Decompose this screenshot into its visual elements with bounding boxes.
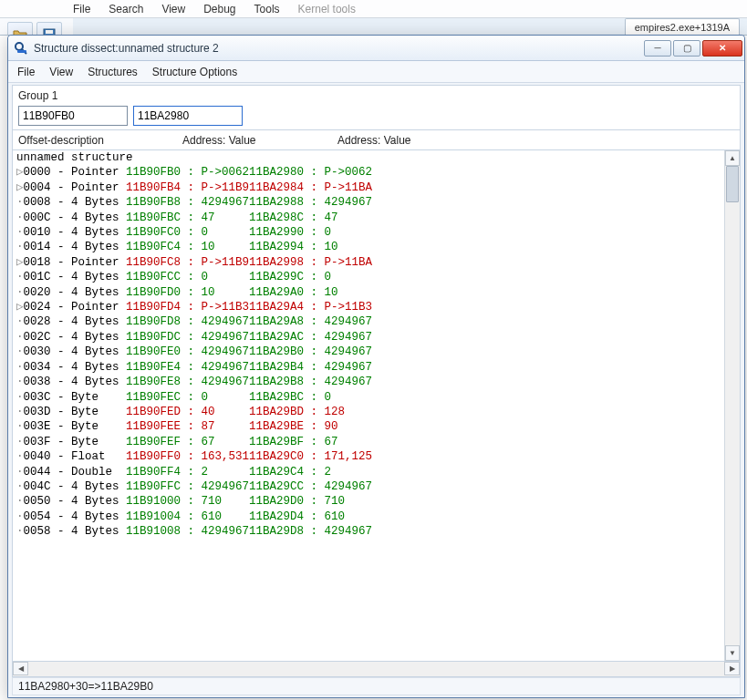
scroll-left-icon[interactable]: ◀ (13, 662, 28, 675)
parent-menu-debug[interactable]: Debug (203, 3, 235, 15)
table-row[interactable]: ▷0024 - Pointer 11B90FD4 : P->11B311BA29… (16, 301, 372, 314)
vertical-scrollbar[interactable]: ▲ ▼ (724, 150, 740, 661)
table-row[interactable]: ·0008 - 4 Bytes 11B90FB8 : 429496711BA29… (16, 196, 372, 209)
struct-root[interactable]: unnamed structure (16, 151, 133, 164)
address-panel: Group 1 (12, 85, 741, 130)
table-row[interactable]: ·0028 - 4 Bytes 11B90FD8 : 429496711BA29… (16, 315, 372, 328)
svg-rect-5 (17, 50, 26, 53)
table-row[interactable]: ·0050 - 4 Bytes 11B91000 : 710 11BA29D0 … (16, 495, 345, 508)
minimize-button[interactable]: ─ (644, 40, 671, 57)
table-row[interactable]: ·0040 - Float 11B90FF0 : 163,53111BA29C0… (16, 450, 372, 463)
app-icon (14, 41, 28, 56)
table-row[interactable]: ·003E - Byte 11B90FEE : 87 11BA29BE : 90 (16, 420, 338, 433)
group-label: Group 1 (18, 89, 734, 102)
table-row[interactable]: ▷0004 - Pointer 11B90FB4 : P->11B911BA29… (16, 181, 372, 194)
svg-rect-1 (46, 30, 53, 34)
menu-structures[interactable]: Structures (88, 66, 138, 78)
table-row[interactable]: ▷0018 - Pointer 11B90FC8 : P->11B911BA29… (16, 256, 372, 269)
close-button[interactable]: ✕ (702, 40, 742, 57)
table-row[interactable]: ·001C - 4 Bytes 11B90FCC : 0 11BA299C : … (16, 271, 331, 283)
scroll-down-icon[interactable]: ▼ (725, 645, 740, 661)
scroll-thumb[interactable] (726, 166, 739, 202)
menu-file[interactable]: File (17, 66, 35, 78)
menu-structure-options[interactable]: Structure Options (152, 66, 237, 78)
maximize-button[interactable]: ▢ (673, 40, 700, 57)
scroll-right-icon[interactable]: ▶ (724, 662, 740, 675)
table-row[interactable]: ·004C - 4 Bytes 11B90FFC : 429496711BA29… (16, 480, 372, 493)
table-row[interactable]: ·003C - Byte 11B90FEC : 0 11BA29BC : 0 (16, 391, 331, 404)
table-row[interactable]: ·003F - Byte 11B90FEF : 67 11BA29BF : 67 (16, 436, 338, 448)
horizontal-scrollbar[interactable]: ◀ ▶ (12, 662, 741, 677)
column-headers: Offset-description Address: Value Addres… (12, 130, 741, 150)
menu-view[interactable]: View (49, 66, 73, 78)
address-input-2[interactable] (133, 106, 243, 126)
address-input-1[interactable] (18, 106, 128, 126)
menubar: File View Structures Structure Options (8, 61, 744, 83)
table-row[interactable]: ·0020 - 4 Bytes 11B90FD0 : 10 11BA29A0 :… (16, 286, 338, 299)
table-row[interactable]: ·0034 - 4 Bytes 11B90FE4 : 429496711BA29… (16, 361, 372, 374)
parent-menu-view[interactable]: View (161, 3, 185, 15)
parent-menu-search[interactable]: Search (109, 3, 143, 15)
table-row[interactable]: ·0054 - 4 Bytes 11B91004 : 610 11BA29D4 … (16, 510, 345, 523)
table-row[interactable]: ·002C - 4 Bytes 11B90FDC : 429496711BA29… (16, 331, 372, 344)
parent-menu-file[interactable]: File (73, 3, 90, 15)
table-row[interactable]: ·0030 - 4 Bytes 11B90FE0 : 429496711BA29… (16, 345, 372, 358)
table-row[interactable]: ·0038 - 4 Bytes 11B90FE8 : 429496711BA29… (16, 376, 372, 388)
table-row[interactable]: ·0058 - 4 Bytes 11B91008 : 429496711BA29… (16, 525, 372, 538)
parent-tab-label: empires2.exe+1319A (635, 22, 730, 33)
header-addr1[interactable]: Address: Value (182, 134, 337, 147)
table-row[interactable]: ▷0000 - Pointer 11B90FB0 : P->006211BA29… (16, 166, 372, 179)
table-row[interactable]: ·003D - Byte 11B90FED : 40 11BA29BD : 12… (16, 406, 345, 418)
parent-menu-kernel[interactable]: Kernel tools (298, 3, 356, 15)
structure-dissect-window: Structure dissect:unnamed structure 2 ─ … (7, 35, 745, 698)
table-row[interactable]: ·000C - 4 Bytes 11B90FBC : 47 11BA298C :… (16, 211, 338, 224)
table-row[interactable]: ·0014 - 4 Bytes 11B90FC4 : 10 11BA2994 :… (16, 241, 338, 253)
table-row[interactable]: ·0010 - 4 Bytes 11B90FC0 : 0 11BA2990 : … (16, 226, 331, 239)
parent-menu-tools[interactable]: Tools (254, 3, 280, 15)
table-row[interactable]: ·0044 - Double 11B90FF4 : 2 11BA29C4 : 2 (16, 466, 331, 479)
status-bar: 11BA2980+30=>11BA29B0 (12, 677, 741, 695)
parent-tab[interactable]: empires2.exe+1319A (625, 18, 740, 35)
status-text: 11BA2980+30=>11BA29B0 (18, 680, 153, 693)
header-addr2[interactable]: Address: Value (337, 134, 734, 147)
scroll-up-icon[interactable]: ▲ (725, 150, 740, 166)
titlebar[interactable]: Structure dissect:unnamed structure 2 ─ … (8, 36, 744, 61)
window-title: Structure dissect:unnamed structure 2 (34, 42, 642, 55)
svg-point-3 (16, 43, 23, 50)
header-offset[interactable]: Offset-description (18, 134, 182, 147)
structure-tree[interactable]: unnamed structure ▷0000 - Pointer 11B90F… (12, 150, 741, 662)
parent-menubar: File Search View Debug Tools Kernel tool… (0, 0, 747, 18)
